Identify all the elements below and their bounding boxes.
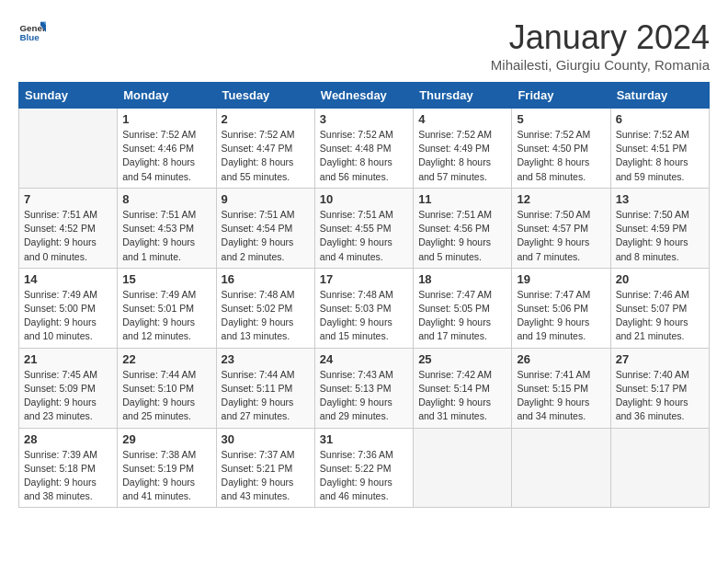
calendar-cell: 12Sunrise: 7:50 AM Sunset: 4:57 PM Dayli… (512, 188, 610, 268)
day-number: 18 (418, 272, 506, 286)
day-number: 12 (517, 192, 605, 206)
day-number: 16 (222, 272, 310, 286)
day-info: Sunrise: 7:51 AM Sunset: 4:53 PM Dayligh… (122, 208, 210, 264)
day-info: Sunrise: 7:39 AM Sunset: 5:18 PM Dayligh… (24, 448, 112, 504)
day-info: Sunrise: 7:49 AM Sunset: 5:00 PM Dayligh… (24, 288, 112, 344)
day-number: 17 (320, 272, 408, 286)
day-info: Sunrise: 7:44 AM Sunset: 5:10 PM Dayligh… (122, 368, 210, 424)
calendar-cell: 7Sunrise: 7:51 AM Sunset: 4:52 PM Daylig… (19, 188, 118, 268)
calendar-cell: 28Sunrise: 7:39 AM Sunset: 5:18 PM Dayli… (19, 428, 118, 508)
calendar-cell: 15Sunrise: 7:49 AM Sunset: 5:01 PM Dayli… (118, 268, 216, 348)
day-number: 13 (616, 192, 704, 206)
day-number: 9 (222, 192, 310, 206)
calendar-cell (19, 109, 118, 189)
day-info: Sunrise: 7:48 AM Sunset: 5:02 PM Dayligh… (222, 288, 310, 344)
day-number: 29 (122, 432, 210, 446)
calendar-cell: 9Sunrise: 7:51 AM Sunset: 4:54 PM Daylig… (216, 188, 314, 268)
day-info: Sunrise: 7:41 AM Sunset: 5:15 PM Dayligh… (517, 368, 605, 424)
calendar-cell: 24Sunrise: 7:43 AM Sunset: 5:13 PM Dayli… (314, 348, 413, 428)
weekday-header: Wednesday (314, 83, 413, 109)
day-info: Sunrise: 7:52 AM Sunset: 4:48 PM Dayligh… (320, 128, 408, 184)
weekday-header: Monday (118, 83, 216, 109)
day-number: 10 (320, 192, 408, 206)
page-header: General Blue January 2024 Mihailesti, Gi… (18, 18, 710, 73)
header-row: SundayMondayTuesdayWednesdayThursdayFrid… (19, 83, 710, 109)
day-info: Sunrise: 7:52 AM Sunset: 4:49 PM Dayligh… (418, 128, 506, 184)
calendar-cell: 26Sunrise: 7:41 AM Sunset: 5:15 PM Dayli… (512, 348, 610, 428)
day-number: 31 (320, 432, 408, 446)
day-info: Sunrise: 7:45 AM Sunset: 5:09 PM Dayligh… (24, 368, 112, 424)
calendar-cell: 5Sunrise: 7:52 AM Sunset: 4:50 PM Daylig… (512, 109, 610, 189)
svg-text:Blue: Blue (20, 32, 40, 42)
calendar-cell: 10Sunrise: 7:51 AM Sunset: 4:55 PM Dayli… (314, 188, 413, 268)
weekday-header: Thursday (414, 83, 512, 109)
logo-icon: General Blue (18, 18, 46, 46)
calendar-cell: 23Sunrise: 7:44 AM Sunset: 5:11 PM Dayli… (216, 348, 314, 428)
day-info: Sunrise: 7:37 AM Sunset: 5:21 PM Dayligh… (222, 448, 310, 504)
calendar-cell: 3Sunrise: 7:52 AM Sunset: 4:48 PM Daylig… (314, 109, 413, 189)
day-number: 23 (222, 352, 310, 366)
day-info: Sunrise: 7:47 AM Sunset: 5:05 PM Dayligh… (418, 288, 506, 344)
calendar-cell: 11Sunrise: 7:51 AM Sunset: 4:56 PM Dayli… (414, 188, 512, 268)
day-info: Sunrise: 7:51 AM Sunset: 4:54 PM Dayligh… (222, 208, 310, 264)
day-number: 26 (517, 352, 605, 366)
day-info: Sunrise: 7:43 AM Sunset: 5:13 PM Dayligh… (320, 368, 408, 424)
day-number: 11 (418, 192, 506, 206)
weekday-header: Saturday (610, 83, 709, 109)
day-number: 19 (517, 272, 605, 286)
day-number: 22 (122, 352, 210, 366)
weekday-header: Tuesday (216, 83, 314, 109)
day-number: 7 (24, 192, 112, 206)
calendar-cell: 27Sunrise: 7:40 AM Sunset: 5:17 PM Dayli… (610, 348, 709, 428)
day-info: Sunrise: 7:51 AM Sunset: 4:52 PM Dayligh… (24, 208, 112, 264)
calendar-cell: 25Sunrise: 7:42 AM Sunset: 5:14 PM Dayli… (414, 348, 512, 428)
logo: General Blue (18, 18, 46, 46)
day-info: Sunrise: 7:51 AM Sunset: 4:56 PM Dayligh… (418, 208, 506, 264)
day-number: 3 (320, 112, 408, 126)
calendar-cell (610, 428, 709, 508)
calendar-cell: 16Sunrise: 7:48 AM Sunset: 5:02 PM Dayli… (216, 268, 314, 348)
day-info: Sunrise: 7:44 AM Sunset: 5:11 PM Dayligh… (222, 368, 310, 424)
day-info: Sunrise: 7:52 AM Sunset: 4:51 PM Dayligh… (616, 128, 704, 184)
calendar-week-row: 21Sunrise: 7:45 AM Sunset: 5:09 PM Dayli… (19, 348, 710, 428)
day-info: Sunrise: 7:51 AM Sunset: 4:55 PM Dayligh… (320, 208, 408, 264)
calendar-cell: 14Sunrise: 7:49 AM Sunset: 5:00 PM Dayli… (19, 268, 118, 348)
calendar-cell: 8Sunrise: 7:51 AM Sunset: 4:53 PM Daylig… (118, 188, 216, 268)
location-subtitle: Mihailesti, Giurgiu County, Romania (491, 57, 710, 73)
day-number: 28 (24, 432, 112, 446)
calendar-cell: 19Sunrise: 7:47 AM Sunset: 5:06 PM Dayli… (512, 268, 610, 348)
calendar-cell: 22Sunrise: 7:44 AM Sunset: 5:10 PM Dayli… (118, 348, 216, 428)
day-info: Sunrise: 7:52 AM Sunset: 4:47 PM Dayligh… (222, 128, 310, 184)
calendar-week-row: 28Sunrise: 7:39 AM Sunset: 5:18 PM Dayli… (19, 428, 710, 508)
day-number: 25 (418, 352, 506, 366)
calendar-cell: 21Sunrise: 7:45 AM Sunset: 5:09 PM Dayli… (19, 348, 118, 428)
day-info: Sunrise: 7:52 AM Sunset: 4:50 PM Dayligh… (517, 128, 605, 184)
calendar-header: SundayMondayTuesdayWednesdayThursdayFrid… (19, 83, 710, 109)
weekday-header: Friday (512, 83, 610, 109)
day-number: 4 (418, 112, 506, 126)
calendar-cell: 17Sunrise: 7:48 AM Sunset: 5:03 PM Dayli… (314, 268, 413, 348)
calendar-cell: 1Sunrise: 7:52 AM Sunset: 4:46 PM Daylig… (118, 109, 216, 189)
calendar-table: SundayMondayTuesdayWednesdayThursdayFrid… (18, 82, 710, 508)
month-title: January 2024 (491, 18, 710, 57)
calendar-week-row: 14Sunrise: 7:49 AM Sunset: 5:00 PM Dayli… (19, 268, 710, 348)
day-number: 30 (222, 432, 310, 446)
calendar-cell: 29Sunrise: 7:38 AM Sunset: 5:19 PM Dayli… (118, 428, 216, 508)
day-number: 6 (616, 112, 704, 126)
calendar-cell: 30Sunrise: 7:37 AM Sunset: 5:21 PM Dayli… (216, 428, 314, 508)
weekday-header: Sunday (19, 83, 118, 109)
calendar-cell: 4Sunrise: 7:52 AM Sunset: 4:49 PM Daylig… (414, 109, 512, 189)
day-info: Sunrise: 7:50 AM Sunset: 4:59 PM Dayligh… (616, 208, 704, 264)
calendar-body: 1Sunrise: 7:52 AM Sunset: 4:46 PM Daylig… (19, 109, 710, 508)
day-number: 27 (616, 352, 704, 366)
calendar-cell: 18Sunrise: 7:47 AM Sunset: 5:05 PM Dayli… (414, 268, 512, 348)
day-number: 8 (122, 192, 210, 206)
calendar-cell: 6Sunrise: 7:52 AM Sunset: 4:51 PM Daylig… (610, 109, 709, 189)
calendar-cell (512, 428, 610, 508)
day-info: Sunrise: 7:49 AM Sunset: 5:01 PM Dayligh… (122, 288, 210, 344)
day-number: 1 (122, 112, 210, 126)
day-number: 2 (222, 112, 310, 126)
calendar-week-row: 7Sunrise: 7:51 AM Sunset: 4:52 PM Daylig… (19, 188, 710, 268)
day-number: 14 (24, 272, 112, 286)
day-info: Sunrise: 7:47 AM Sunset: 5:06 PM Dayligh… (517, 288, 605, 344)
